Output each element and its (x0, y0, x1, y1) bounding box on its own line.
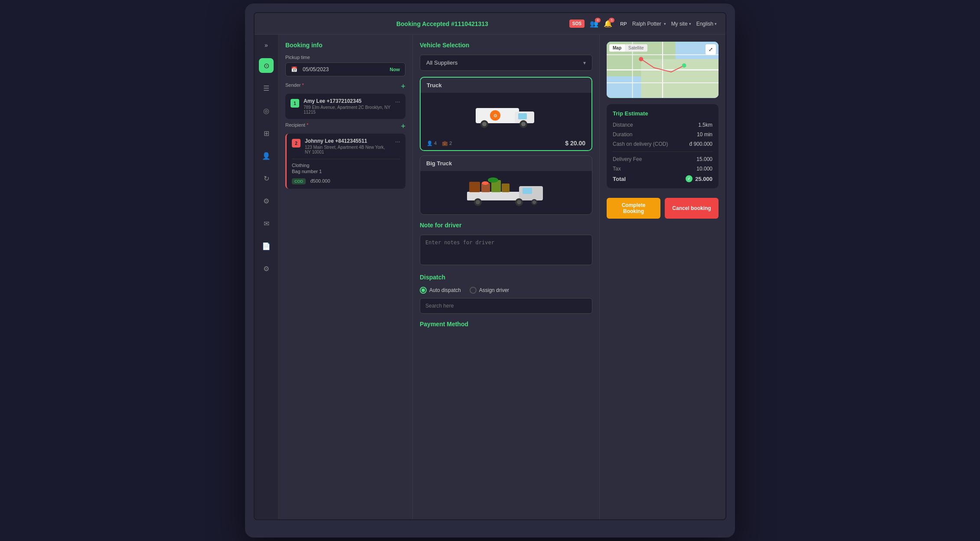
recipient-required: * (307, 122, 308, 128)
total-value-container: ✓ 25.000 (686, 175, 712, 182)
sidebar-item-chat[interactable]: ✉ (259, 216, 274, 231)
vehicle-panel: Vehicle Selection All Suppliers ▾ Truck (413, 35, 600, 519)
pickup-label: Pickup time (285, 55, 405, 60)
assign-driver-radio[interactable] (470, 287, 477, 294)
map-tabs: Map Satellite (609, 44, 647, 52)
sender-name: Amy Lee +17372102345 (304, 98, 391, 104)
total-row: Total ✓ 25.000 (613, 175, 712, 182)
language-chevron-icon: ▾ (715, 22, 717, 26)
sidebar-item-team[interactable]: ⚙ (259, 193, 274, 208)
sender-more-button[interactable]: ··· (395, 98, 400, 105)
my-site-dropdown[interactable]: My site ▾ (671, 21, 691, 27)
assign-driver-option[interactable]: Assign driver (470, 287, 509, 294)
svg-rect-15 (502, 184, 510, 192)
note-textarea[interactable] (420, 235, 592, 265)
cod-amount: đ500.000 (310, 178, 330, 184)
svg-point-21 (517, 200, 521, 204)
now-button[interactable]: Now (390, 67, 400, 72)
date-input[interactable]: 📅 05/05/2023 Now (285, 62, 405, 76)
recipient-number: 2 (292, 139, 301, 148)
laptop-frame: Booking Accepted #1110421313 SOS 👥 8 🔔 5… (245, 3, 735, 538)
complete-booking-button[interactable]: Complete Booking (607, 198, 660, 219)
sender-number: 1 (291, 99, 299, 108)
auto-dispatch-option[interactable]: Auto dispatch (420, 287, 461, 294)
map-expand-button[interactable]: ⤢ (706, 44, 716, 55)
recipient-more-button[interactable]: ··· (395, 138, 400, 145)
recipient-item: Clothing (292, 163, 400, 168)
big-truck-card[interactable]: Big Truck (420, 155, 592, 215)
truck-illustration: ⊙ (471, 99, 541, 130)
note-section: Note for driver (420, 222, 592, 267)
recipient-info: Johnny Lee +8412345511 123 Main Street, … (305, 138, 391, 154)
truck-bags-icon: 💼 2 (442, 141, 452, 146)
sidebar-toggle[interactable]: » (263, 40, 270, 50)
truck-image-container: ⊙ (421, 93, 591, 136)
recipient-label: Recipient * (285, 122, 308, 128)
dispatch-section: Dispatch Auto dispatch Assign driver (420, 274, 592, 314)
add-sender-button[interactable]: + (401, 82, 405, 90)
cod-label: Cash on delivery (COD) (613, 141, 668, 147)
recipient-details: Clothing Bag number 1 COD đ500.000 (292, 159, 400, 184)
sidebar-item-sync[interactable]: ↻ (259, 171, 274, 186)
truck-price: $ 20.00 (565, 140, 585, 147)
top-bar-right: SOS 👥 8 🔔 5 RP Ralph Potter ▾ My site ▾ (569, 18, 717, 30)
my-site-label: My site (671, 21, 688, 27)
svg-point-33 (682, 63, 686, 68)
map-tab[interactable]: Map (609, 44, 625, 52)
payment-title: Payment Method (420, 321, 592, 328)
language-dropdown[interactable]: English ▾ (696, 21, 717, 27)
delivery-fee-value: 15.000 (696, 156, 712, 162)
main-layout: » ⊙ ☰ ◎ ⊞ 👤 ↻ ⚙ ✉ 📄 ⚙ Booking info Picku… (255, 35, 725, 519)
distance-value: 1.5km (698, 122, 712, 128)
check-icon: ✓ (686, 175, 693, 182)
note-title: Note for driver (420, 222, 592, 229)
distance-row: Distance 1.5km (613, 122, 712, 128)
driver-search-input[interactable] (420, 298, 592, 314)
svg-text:⊙: ⊙ (493, 113, 497, 118)
assign-driver-label: Assign driver (479, 287, 509, 293)
sidebar-item-reports[interactable]: ⊞ (259, 126, 274, 141)
cancel-booking-button[interactable]: Cancel booking (665, 198, 719, 219)
delivery-fee-row: Delivery Fee 15.000 (613, 156, 712, 162)
users-badge: 8 (595, 18, 600, 23)
sidebar-item-document[interactable]: 📄 (259, 239, 274, 253)
sidebar-item-list[interactable]: ☰ (259, 81, 274, 95)
add-recipient-button[interactable]: + (401, 122, 405, 130)
delivery-fee-label: Delivery Fee (613, 156, 642, 162)
tax-value: 10.000 (696, 166, 712, 172)
users-icon-badge: 👥 8 (590, 20, 598, 28)
auto-dispatch-label: Auto dispatch (429, 287, 461, 293)
content-area: Booking info Pickup time 📅 05/05/2023 No… (278, 35, 725, 519)
sos-button[interactable]: SOS (569, 20, 585, 28)
total-value: 25.000 (695, 176, 712, 182)
sidebar-item-location[interactable]: ◎ (259, 103, 274, 118)
sidebar-item-dashboard[interactable]: ⊙ (259, 58, 274, 73)
satellite-tab[interactable]: Satellite (625, 44, 647, 52)
cod-badge: COD (292, 178, 306, 184)
truck-meta: 👤 4 💼 2 (427, 141, 452, 146)
big-truck-image-container (420, 171, 592, 214)
recipient-name: Johnny Lee +8412345511 (305, 138, 391, 144)
sidebar-item-settings[interactable]: ⚙ (259, 261, 274, 276)
booking-info-title: Booking info (285, 42, 405, 49)
user-chevron-icon[interactable]: ▾ (664, 22, 666, 26)
page-title: Booking Accepted #1110421313 (315, 20, 569, 27)
my-site-chevron-icon: ▾ (689, 22, 691, 26)
total-label: Total (613, 176, 626, 182)
sender-card: 1 Amy Lee +17372102345 789 Elm Avenue, A… (285, 94, 405, 119)
sender-label: Sender * (285, 82, 304, 88)
sender-info: Amy Lee +17372102345 789 Elm Avenue, Apa… (304, 98, 391, 115)
auto-dispatch-radio[interactable] (420, 287, 427, 294)
truck-footer: 👤 4 💼 2 $ 20.00 (421, 136, 591, 150)
truck-card[interactable]: Truck ⊙ (420, 77, 592, 151)
supplier-dropdown[interactable]: All Suppliers ▾ (420, 55, 592, 71)
user-name: Ralph Potter (632, 21, 661, 27)
sidebar: » ⊙ ☰ ◎ ⊞ 👤 ↻ ⚙ ✉ 📄 ⚙ (255, 35, 278, 519)
language-label: English (696, 21, 713, 27)
cod-row: Cash on delivery (COD) đ 900.000 (613, 141, 712, 147)
trip-estimate-card: Trip Estimate Distance 1.5km Duration 10… (607, 104, 719, 188)
big-truck-illustration (467, 177, 545, 209)
svg-point-19 (476, 200, 480, 204)
sidebar-item-users[interactable]: 👤 (259, 148, 274, 163)
tax-label: Tax (613, 166, 621, 172)
